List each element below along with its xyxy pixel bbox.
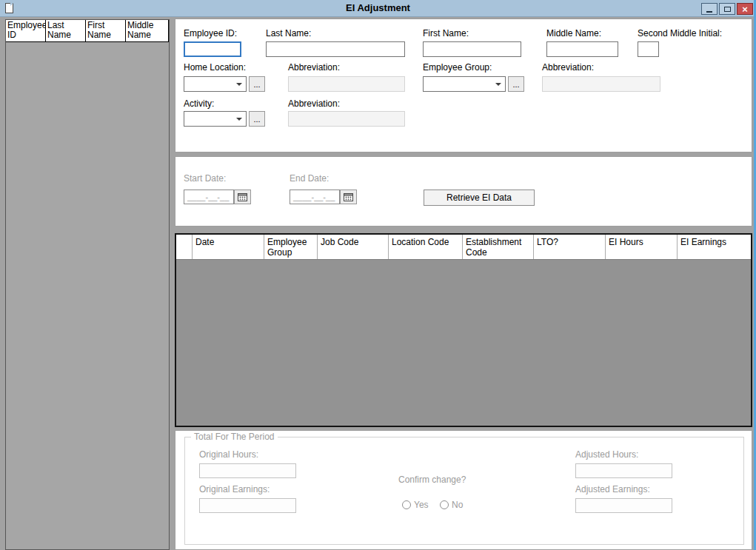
end-date-label: End Date: [290, 173, 329, 184]
column-header-date[interactable]: Date [193, 235, 264, 259]
minimize-button[interactable] [701, 3, 717, 15]
no-label: No [452, 500, 463, 510]
chevron-down-icon [236, 118, 242, 121]
start-date-label: Start Date: [184, 173, 226, 184]
chevron-down-icon [495, 83, 501, 86]
column-header-middle-name[interactable]: Middle Name [126, 20, 169, 42]
employee-list-body [6, 43, 169, 549]
results-grid-header: Date Employee Group Job Code Location Co… [176, 235, 751, 260]
start-date-calendar-button[interactable] [234, 190, 251, 204]
adjusted-hours-field[interactable] [575, 463, 672, 478]
retrieve-ei-data-button[interactable]: Retrieve EI Data [424, 190, 535, 206]
radio-yes[interactable] [402, 500, 411, 509]
results-grid-body [176, 260, 751, 426]
column-header-first-name[interactable]: First Name [86, 20, 126, 42]
confirm-change-label: Confirm change? [398, 474, 466, 485]
column-header-lto[interactable]: LTO? [534, 235, 606, 259]
original-hours-label: Original Hours: [199, 449, 258, 460]
date-range-panel: Start Date: End Date: ____-__-__ ____-__… [175, 156, 752, 227]
maximize-icon [724, 7, 731, 12]
employee-list: Employee ID Last Name First Name Middle … [5, 19, 170, 550]
column-header-employee-id[interactable]: Employee ID [6, 20, 46, 42]
employee-group-label: Employee Group: [423, 62, 492, 73]
employee-group-browse-button[interactable]: ... [508, 76, 524, 92]
original-hours-field[interactable] [199, 463, 296, 478]
abbreviation-group-label: Abbreviation: [542, 62, 594, 73]
abbreviation-home-label: Abbreviation: [288, 62, 340, 73]
end-date-calendar-button[interactable] [340, 190, 357, 204]
second-middle-initial-input[interactable] [638, 41, 659, 57]
adjusted-earnings-label: Adjusted Earnings: [575, 484, 650, 494]
window-controls: × [701, 3, 753, 15]
column-header-row-selector [176, 235, 193, 259]
confirm-no-option[interactable]: No [440, 500, 463, 510]
activity-select[interactable] [184, 111, 247, 127]
column-header-ei-hours[interactable]: EI Hours [606, 235, 678, 259]
column-header-last-name[interactable]: Last Name [46, 20, 86, 42]
home-location-select[interactable] [184, 76, 247, 92]
totals-panel: Total For The Period Original Hours: Ori… [175, 430, 752, 550]
last-name-input[interactable] [266, 41, 405, 57]
abbreviation-home-field[interactable] [288, 76, 405, 92]
first-name-input[interactable] [423, 41, 521, 57]
radio-no[interactable] [440, 500, 449, 509]
confirm-yes-option[interactable]: Yes [402, 500, 429, 510]
groupbox-title: Total For The Period [191, 432, 278, 442]
yes-label: Yes [414, 500, 429, 510]
home-location-browse-button[interactable]: ... [249, 76, 265, 92]
second-middle-initial-label: Second Middle Initial: [638, 28, 722, 38]
activity-label: Activity: [184, 98, 214, 109]
column-header-location-code[interactable]: Location Code [389, 235, 463, 259]
home-location-label: Home Location: [184, 62, 246, 73]
close-button[interactable]: × [737, 3, 753, 15]
column-header-employee-group[interactable]: Employee Group [264, 235, 318, 259]
employee-group-select[interactable] [423, 76, 506, 92]
first-name-label: First Name: [423, 28, 469, 38]
minimize-icon [706, 11, 712, 13]
abbreviation-group-field[interactable] [542, 76, 660, 92]
window-title: EI Adjustment [0, 2, 756, 13]
abbreviation-activity-field[interactable] [288, 111, 405, 127]
calendar-icon [238, 192, 247, 201]
column-header-job-code[interactable]: Job Code [318, 235, 389, 259]
column-header-ei-earnings[interactable]: EI Earnings [678, 235, 751, 259]
search-form-panel: Employee ID: Last Name: First Name: Midd… [175, 19, 752, 152]
employee-id-label: Employee ID: [184, 28, 237, 38]
total-for-the-period-groupbox: Total For The Period Original Hours: Ori… [184, 437, 744, 545]
original-earnings-field[interactable] [199, 498, 296, 513]
chevron-down-icon [236, 83, 242, 86]
middle-name-label: Middle Name: [546, 28, 601, 38]
calendar-icon [344, 192, 353, 201]
last-name-label: Last Name: [266, 28, 311, 38]
adjusted-earnings-field[interactable] [575, 498, 672, 513]
start-date-input[interactable]: ____-__-__ [184, 190, 234, 204]
original-earnings-label: Original Earnings: [199, 484, 270, 494]
abbreviation-activity-label: Abbreviation: [288, 98, 340, 109]
results-grid: Date Employee Group Job Code Location Co… [175, 233, 752, 427]
employee-list-header: Employee ID Last Name First Name Middle … [6, 20, 169, 42]
adjusted-hours-label: Adjusted Hours: [575, 449, 638, 460]
employee-id-input[interactable] [184, 41, 241, 57]
titlebar: EI Adjustment × [0, 0, 756, 17]
maximize-button[interactable] [719, 3, 735, 15]
end-date-input[interactable]: ____-__-__ [290, 190, 340, 204]
activity-browse-button[interactable]: ... [249, 111, 265, 127]
column-header-establishment-code[interactable]: Establishment Code [463, 235, 534, 259]
middle-name-input[interactable] [546, 41, 618, 57]
